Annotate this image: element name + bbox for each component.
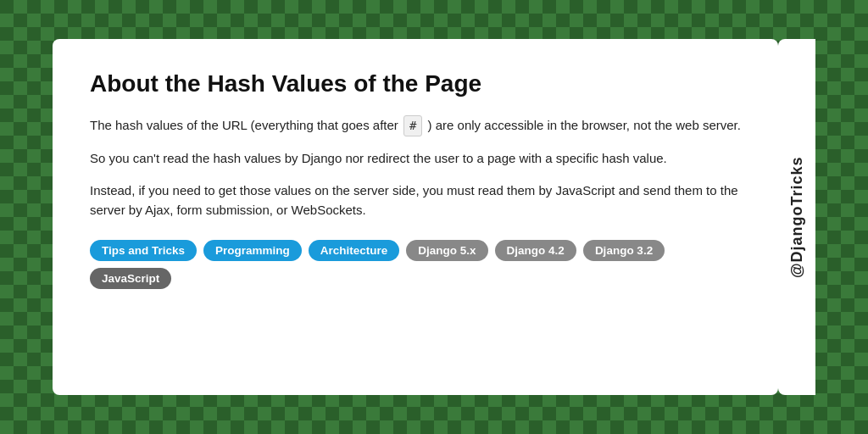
- paragraph-2: So you can't read the hash values by Dja…: [90, 148, 741, 168]
- tag-javascript[interactable]: JavaScript: [90, 268, 171, 289]
- hash-badge: #: [403, 115, 422, 137]
- p1-text-before: The hash values of the URL (everything t…: [90, 118, 402, 132]
- p1-text-after: ) are only accessible in the browser, no…: [424, 118, 741, 132]
- paragraph-3: Instead, if you need to get those values…: [90, 181, 741, 220]
- page-wrapper: About the Hash Values of the Page The ha…: [53, 39, 815, 395]
- page-title: About the Hash Values of the Page: [90, 70, 741, 98]
- tag-tips-and-tricks[interactable]: Tips and Tricks: [90, 240, 197, 261]
- tag-django-32[interactable]: Django 3.2: [583, 240, 665, 261]
- tags-container: Tips and Tricks Programming Architecture…: [90, 240, 741, 289]
- sidebar-brand: @DjangoTricks: [778, 39, 815, 395]
- tag-django-5x[interactable]: Django 5.x: [406, 240, 487, 261]
- content-card: About the Hash Values of the Page The ha…: [53, 39, 778, 395]
- paragraph-1: The hash values of the URL (everything t…: [90, 115, 741, 137]
- tag-architecture[interactable]: Architecture: [309, 240, 400, 261]
- tag-programming[interactable]: Programming: [203, 240, 302, 261]
- tag-django-42[interactable]: Django 4.2: [495, 240, 576, 261]
